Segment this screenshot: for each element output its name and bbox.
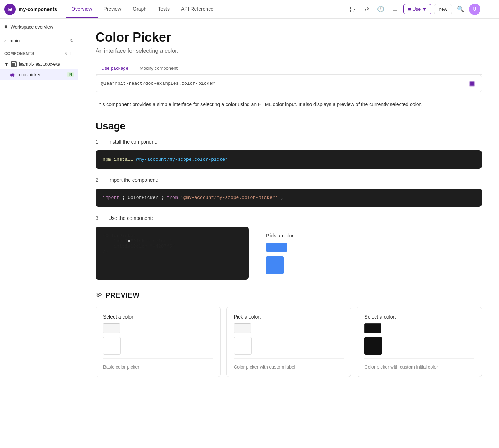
components-header: COMPONENTS ▿ □ [0, 46, 78, 59]
search-icon-btn[interactable]: 🔍 [455, 4, 466, 15]
avatar[interactable]: U [469, 4, 480, 15]
tab-api-reference[interactable]: API Reference [175, 0, 219, 18]
card-1-input[interactable] [103, 323, 120, 333]
eye-icon: 👁 [96, 292, 102, 299]
card-3-label: Select a color: [364, 314, 474, 320]
step-1-num: 1. [96, 139, 106, 145]
chevron-down-icon: ▼ [4, 62, 9, 67]
preview-card-1: Select a color: Basic color picker [96, 307, 221, 377]
sidebar: ■ Workspace overview ▵ main ↻ COMPONENTS… [0, 19, 78, 448]
component-badge: N [67, 72, 74, 77]
step-2-num: 2. [96, 177, 106, 183]
val-initial: "#4287f5" [150, 244, 175, 249]
eq1: = [128, 238, 130, 244]
card-2-label: Pick a color: [234, 314, 344, 320]
tab-graph[interactable]: Graph [127, 0, 152, 18]
step-3-num: 3. [96, 215, 106, 221]
card-3-input[interactable] [364, 323, 381, 333]
scope-icon [11, 61, 17, 67]
from-keyword: from [166, 195, 178, 200]
page-subtitle: An interface for selecting a color. [96, 48, 482, 54]
logo-text: bit [7, 7, 12, 11]
eq2: = [147, 244, 150, 249]
tag-name: <ColorPicker [103, 233, 136, 238]
use-chevron: ▼ [422, 6, 427, 12]
grid-icon: ■ [4, 24, 8, 30]
card-2-swatch [234, 337, 252, 355]
sidebar-branch[interactable]: ▵ main ↻ [0, 35, 78, 46]
component-name: color-picker [17, 72, 65, 77]
card-1-footer: Basic color picker [103, 358, 213, 370]
more-icon-btn[interactable]: ⋮ [483, 4, 495, 15]
nav-tabs: Overview Preview Graph Tests API Referen… [66, 0, 344, 18]
preview-section: 👁 PREVIEW Select a color: Basic color pi… [96, 291, 482, 377]
import-keyword: import [103, 195, 119, 200]
attr-label: label [103, 238, 128, 244]
card-3-footer: Color picker with custom initial color [364, 358, 474, 370]
diff-icon-btn[interactable]: ⇄ [361, 4, 372, 15]
card-3-swatch [364, 337, 382, 355]
preview-title: PREVIEW [106, 291, 140, 299]
sidebar-workspace[interactable]: ■ Workspace overview [0, 19, 78, 35]
install-code-block: npm install @my-account/my-scope.color-p… [96, 150, 482, 169]
nav-right: { } ⇄ 🕐 ☰ ■ Use ▼ new 🔍 U ⋮ [346, 4, 495, 15]
preview-label: Pick a color: [266, 232, 295, 238]
attr-initial: initialColor [103, 244, 147, 249]
scope-name: learnbit-react.doc-exa... [19, 62, 74, 67]
val-label: "Pick a color:" [130, 238, 172, 244]
preview-header: 👁 PREVIEW [96, 291, 482, 299]
components-actions: ▿ □ [64, 50, 74, 57]
import-path: '@my-account/my-scope.color-picker' [180, 195, 278, 200]
workspace-label: Workspace overview [11, 24, 53, 30]
branch-icon: ▵ [4, 38, 7, 43]
scope-item[interactable]: ▼ learnbit-react.doc-exa... [0, 59, 78, 69]
import-code-block: import { ColorPicker } from '@my-account… [96, 189, 482, 207]
usage-title: Usage [96, 120, 482, 132]
color-input-row [266, 243, 287, 252]
tab-use-package[interactable]: Use package [96, 63, 134, 74]
component-icon: ◉ [10, 71, 15, 78]
history-icon-btn[interactable]: 🕐 [375, 4, 386, 15]
tab-modify-component[interactable]: Modify component [134, 63, 183, 74]
tab-overview[interactable]: Overview [66, 0, 98, 18]
card-2-input[interactable] [234, 323, 251, 333]
copy-button[interactable]: ▣ [468, 79, 477, 88]
npm-cmd: npm install [103, 157, 136, 162]
settings-icon-btn[interactable]: ☰ [389, 4, 401, 15]
usage-step-3: 3. Use the component: [96, 215, 482, 221]
tab-tests[interactable]: Tests [152, 0, 175, 18]
use-code-block: <ColorPicker label="Pick a color:" initi… [96, 227, 249, 280]
branch-label: main [10, 38, 20, 43]
card-2-footer: Color picker with custom label [234, 358, 344, 370]
filter-icon-btn[interactable]: ▿ [64, 50, 68, 57]
app-title: my-components [19, 6, 57, 12]
component-item[interactable]: ◉ color-picker N [0, 69, 78, 80]
code-icon-btn[interactable]: { } [346, 4, 358, 15]
npm-pkg: @my-account/my-scope.color-picker [136, 157, 228, 162]
new-button[interactable]: new [434, 4, 452, 14]
use-button[interactable]: ■ Use ▼ [403, 4, 431, 14]
color-preview-box [266, 256, 284, 274]
logo-badge[interactable]: bit [4, 4, 16, 15]
install-code: @learnbit-react/doc-examples.color-picke… [101, 81, 468, 86]
usage-step-1: 1. Install the component: [96, 139, 482, 145]
tag-close: /> [103, 249, 108, 254]
step-1-label: Install the component: [108, 139, 157, 145]
usage-step-2: 2. Import the component: [96, 177, 482, 183]
use-icon: ■ [408, 6, 411, 12]
refresh-icon: ↻ [70, 38, 74, 43]
tab-preview[interactable]: Preview [98, 0, 127, 18]
color-input-swatch[interactable] [266, 243, 287, 252]
preview-cards: Select a color: Basic color picker Pick … [96, 307, 482, 377]
pkg-tabs: Use package Modify component [96, 63, 482, 75]
preview-card-2: Pick a color: Color picker with custom l… [226, 307, 351, 377]
color-picker-preview: Pick a color: [260, 227, 482, 280]
main-content: Color Picker An interface for selecting … [78, 19, 499, 448]
install-box: @learnbit-react/doc-examples.color-picke… [96, 75, 482, 92]
use-label: Use [412, 6, 421, 12]
step-3-label: Use the component: [108, 215, 153, 221]
import-name: { ColorPicker } [122, 195, 167, 200]
add-icon-btn[interactable]: □ [70, 50, 74, 57]
top-nav: bit my-components Overview Preview Graph… [0, 0, 499, 19]
description: This component provides a simple interfa… [96, 101, 482, 109]
